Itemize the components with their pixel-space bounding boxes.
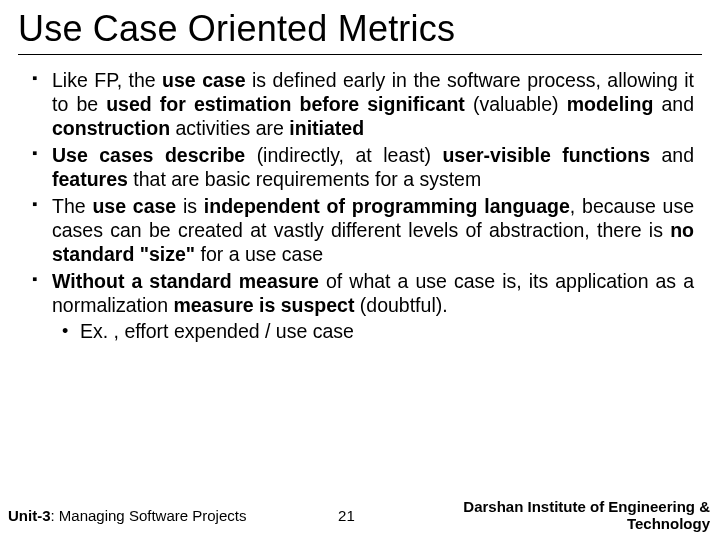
text: and bbox=[653, 93, 694, 115]
list-item: Ex. , effort expended / use case bbox=[52, 320, 694, 344]
text: activities are bbox=[170, 117, 289, 139]
slide-title: Use Case Oriented Metrics bbox=[18, 8, 702, 55]
page-number: 21 bbox=[316, 507, 376, 524]
bullet-list: Like FP, the use case is defined early i… bbox=[32, 69, 694, 344]
unit-title: : Managing Software Projects bbox=[51, 507, 247, 524]
text: Like FP, the bbox=[52, 69, 162, 91]
institute-name: Darshan Institute of Engineering & Techn… bbox=[376, 498, 710, 532]
text-bold: independent of programming language bbox=[204, 195, 570, 217]
text-bold: measure is suspect bbox=[173, 294, 354, 316]
text-bold: user-visible functions bbox=[442, 144, 650, 166]
text: (valuable) bbox=[465, 93, 567, 115]
list-item: The use case is independent of programmi… bbox=[32, 195, 694, 267]
text-bold: construction bbox=[52, 117, 170, 139]
text: Ex. , effort expended / use case bbox=[80, 320, 354, 342]
text: for a use case bbox=[195, 243, 323, 265]
list-item: Like FP, the use case is defined early i… bbox=[32, 69, 694, 141]
list-item: Use cases describe (indirectly, at least… bbox=[32, 144, 694, 192]
text-bold: modeling bbox=[567, 93, 654, 115]
text: and bbox=[650, 144, 694, 166]
sublist: Ex. , effort expended / use case bbox=[52, 320, 694, 344]
text-bold: Use cases describe bbox=[52, 144, 245, 166]
text-bold: initiated bbox=[289, 117, 364, 139]
slide: Use Case Oriented Metrics Like FP, the u… bbox=[0, 0, 720, 540]
text-bold: Without a standard measure bbox=[52, 270, 319, 292]
list-item: Without a standard measure of what a use… bbox=[32, 270, 694, 344]
text-bold: use case bbox=[162, 69, 245, 91]
text-bold: used for estimation before significant bbox=[106, 93, 465, 115]
text: (indirectly, at least) bbox=[245, 144, 442, 166]
footer: Unit-3: Managing Software Projects 21 Da… bbox=[0, 498, 720, 532]
text-bold: features bbox=[52, 168, 128, 190]
text: is bbox=[176, 195, 204, 217]
text-bold: use case bbox=[92, 195, 176, 217]
unit-label: Unit-3: Managing Software Projects bbox=[8, 507, 246, 524]
slide-content: Like FP, the use case is defined early i… bbox=[18, 69, 702, 347]
text: that are basic requirements for a system bbox=[128, 168, 481, 190]
text: (doubtful). bbox=[354, 294, 447, 316]
unit-number: Unit-3 bbox=[8, 507, 51, 524]
text: The bbox=[52, 195, 92, 217]
